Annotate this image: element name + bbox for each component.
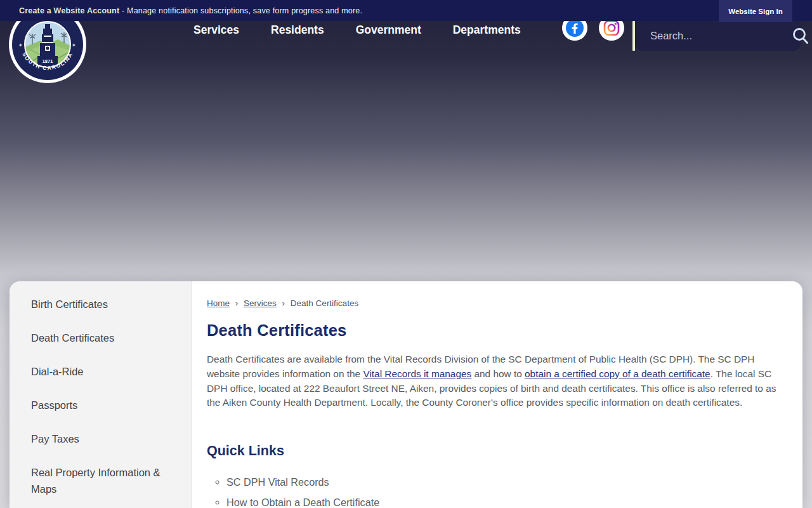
content-panel: Birth Certificates Death Certificates Di… bbox=[10, 281, 802, 508]
create-account-link[interactable]: Create a Website Account bbox=[19, 6, 119, 15]
breadcrumb-separator: › bbox=[282, 298, 285, 308]
search-icon[interactable] bbox=[791, 27, 810, 46]
nav-services[interactable]: Services bbox=[193, 23, 239, 37]
main-nav: Services Residents Government Department… bbox=[193, 21, 521, 39]
sidebar-item-passports[interactable]: Passports bbox=[10, 388, 191, 422]
quick-link-vital-records[interactable]: SC DPH Vital Records bbox=[226, 476, 783, 488]
vital-records-link[interactable]: Vital Records it manages bbox=[363, 368, 471, 379]
website-sign-in-button[interactable]: Website Sign In bbox=[719, 0, 792, 22]
quick-links-heading: Quick Links bbox=[207, 443, 783, 459]
breadcrumb: Home › Services › Death Certificates bbox=[207, 298, 783, 308]
nav-departments[interactable]: Departments bbox=[453, 23, 521, 37]
create-account-promo: Create a Website Account - Manage notifi… bbox=[19, 6, 362, 15]
sidebar-item-pay-taxes[interactable]: Pay Taxes bbox=[10, 422, 191, 455]
search-input[interactable] bbox=[649, 29, 791, 43]
main-content: Home › Services › Death Certificates Dea… bbox=[192, 281, 802, 508]
nav-residents[interactable]: Residents bbox=[271, 23, 324, 37]
sidebar-item-birth-certificates[interactable]: Birth Certificates bbox=[10, 287, 191, 321]
nav-government[interactable]: Government bbox=[356, 23, 421, 37]
quick-link-how-to-obtain[interactable]: How to Obtain a Death Certificate bbox=[226, 496, 783, 508]
seal-star-right: ✶ bbox=[72, 43, 76, 48]
sidebar-item-death-certificates[interactable]: Death Certificates bbox=[10, 321, 191, 354]
seal-star-left: ✶ bbox=[18, 43, 23, 48]
sidebar-item-real-property[interactable]: Real Property Information & Maps bbox=[10, 455, 191, 505]
breadcrumb-current: Death Certificates bbox=[291, 298, 358, 308]
search-divider bbox=[632, 21, 635, 51]
sidebar-item-dial-a-ride[interactable]: Dial-a-Ride bbox=[10, 354, 191, 388]
page-title: Death Certificates bbox=[207, 321, 783, 340]
top-announcement-bar: Create a Website Account - Manage notifi… bbox=[0, 0, 812, 21]
breadcrumb-services[interactable]: Services bbox=[244, 298, 277, 308]
quick-links-list: SC DPH Vital Records How to Obtain a Dea… bbox=[207, 476, 783, 508]
obtain-certificate-link[interactable]: obtain a certified copy of a death certi… bbox=[525, 368, 710, 379]
breadcrumb-separator: › bbox=[235, 298, 239, 308]
intro-paragraph: Death Certificates are available from th… bbox=[207, 352, 783, 410]
seal-year: 1871 bbox=[43, 58, 53, 64]
sidebar-nav: Birth Certificates Death Certificates Di… bbox=[10, 281, 192, 508]
intro-text-2: and how to bbox=[471, 368, 525, 379]
promo-text: - Manage notification subscriptions, sav… bbox=[119, 6, 362, 15]
search-bar bbox=[635, 21, 801, 51]
breadcrumb-home[interactable]: Home bbox=[207, 298, 230, 308]
